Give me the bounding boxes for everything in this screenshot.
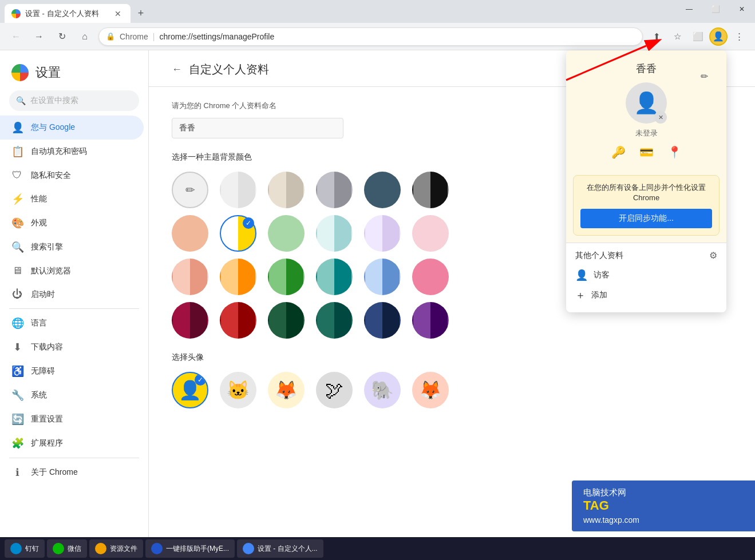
sidebar-item-downloads[interactable]: ⬇下载内容 [0, 335, 144, 359]
avatar-circle-fox[interactable]: 🦊 [268, 372, 305, 408]
avatar-grid: 👤✓🐱🦊🕊🐘🦊 [172, 372, 732, 408]
guest-label: 访客 [594, 270, 610, 280]
taskbar-label-wechat: 微信 [68, 544, 81, 554]
color-circle-dark-red[interactable] [172, 302, 208, 339]
sidebar-item-autofill[interactable]: 📋自动填充和密码 [0, 140, 144, 164]
refresh-btn[interactable]: ↻ [53, 27, 71, 46]
settings-title: 设置 [35, 64, 61, 81]
color-circle-blue-light[interactable] [364, 259, 401, 295]
page-back-btn[interactable]: ← [172, 63, 182, 76]
location-icon-btn[interactable]: 📍 [667, 145, 682, 159]
add-profile-item[interactable]: ＋ 添加 [575, 285, 717, 305]
taskbar-item-helper[interactable]: 一键排版助手(MyE... [145, 539, 235, 558]
color-circle-green[interactable] [268, 259, 305, 295]
taskbar-item-wechat[interactable]: 微信 [47, 539, 87, 558]
sidebar-item-search[interactable]: 🔍搜索引擎 [0, 235, 144, 259]
sidebar-icon-autofill: 📋 [11, 145, 23, 158]
sidebar-item-privacy[interactable]: 🛡隐私和安全 [0, 164, 144, 187]
avatar-circle-elephant[interactable]: 🐘 [364, 372, 401, 408]
color-circle-navy[interactable] [364, 302, 401, 339]
profile-btn[interactable]: 👤 [709, 27, 728, 46]
color-circle-beige-gray[interactable] [268, 172, 305, 208]
maximize-btn[interactable]: ⬜ [702, 0, 729, 18]
sidebar-item-appearance[interactable]: 🎨外观 [0, 211, 144, 235]
avatar-icon-fox: 🦊 [275, 379, 298, 401]
color-circle-white-gray[interactable] [220, 172, 256, 208]
sidebar-item-extensions[interactable]: 🧩扩展程序 [0, 431, 144, 455]
color-circle-teal-half[interactable] [316, 215, 353, 252]
color-circle-custom[interactable]: ✏ [172, 172, 208, 208]
card-icon-btn[interactable]: 💳 [639, 145, 654, 159]
sync-btn[interactable]: 开启同步功能... [580, 209, 712, 228]
taskbar-item-pin[interactable]: 钉钉 [5, 539, 45, 558]
other-profiles-header: 其他个人资料 ⚙ [575, 250, 717, 261]
sidebar-label-performance: 性能 [31, 194, 47, 204]
edit-pencil-btn[interactable]: ✏ [701, 71, 708, 82]
share-btn[interactable]: ⬆ [647, 27, 666, 46]
profiles-gear-icon[interactable]: ⚙ [709, 250, 717, 261]
sidebar-item-google[interactable]: 👤您与 Google [0, 116, 144, 140]
color-circle-mint[interactable] [268, 215, 305, 252]
taskbar-icon-helper [151, 543, 163, 554]
avatar-circle-origami[interactable]: 🦊 [412, 372, 449, 408]
color-circle-dark-teal2[interactable] [316, 302, 353, 339]
new-tab-btn[interactable]: + [133, 5, 149, 21]
color-circle-orange[interactable] [220, 259, 256, 295]
profile-name-input[interactable] [172, 118, 343, 138]
menu-btn[interactable]: ⋮ [730, 27, 748, 46]
sidebar-btn[interactable]: ⬜ [689, 27, 707, 46]
sidebar-label-google: 您与 Google [31, 122, 75, 133]
selected-check: ✓ [243, 217, 254, 229]
settings-search[interactable]: 🔍 在设置中搜索 [9, 90, 139, 111]
forward-btn[interactable]: → [30, 27, 48, 46]
color-circle-dark-teal[interactable] [364, 172, 401, 208]
sidebar-label-appearance: 外观 [31, 218, 47, 228]
sidebar-item-browser[interactable]: 🖥默认浏览器 [0, 259, 144, 283]
color-circle-black-half[interactable] [412, 172, 449, 208]
close-btn[interactable]: ✕ [729, 0, 755, 18]
color-circle-peach[interactable] [172, 215, 208, 252]
sidebar-item-about[interactable]: ℹ关于 Chrome [0, 460, 144, 484]
guest-profile-item[interactable]: 👤 访客 [575, 265, 717, 285]
address-bar[interactable]: 🔒 Chrome | chrome://settings/manageProfi… [98, 27, 643, 46]
taskbar-item-files[interactable]: 资源文件 [89, 539, 143, 558]
sidebar-item-startup[interactable]: ⏻启动时 [0, 283, 144, 306]
taskbar-item-settings[interactable]: 设置 - 自定义个人... [237, 539, 323, 558]
back-btn[interactable]: ← [7, 27, 25, 46]
sidebar-icon-about: ℹ [11, 466, 23, 479]
avatar-circle-cat[interactable]: 🐱 [220, 372, 256, 408]
other-profiles-label: 其他个人资料 [575, 251, 623, 261]
window-controls: — ⬜ ✕ [676, 0, 755, 18]
color-circle-purple[interactable] [412, 302, 449, 339]
color-circle-yellow-selected[interactable]: ✓ [220, 215, 256, 252]
color-circle-lavender[interactable] [364, 215, 401, 252]
color-circle-salmon[interactable] [172, 259, 208, 295]
chrome-logo [11, 64, 29, 81]
sidebar-label-downloads: 下载内容 [31, 342, 63, 352]
color-circle-pink-light[interactable] [412, 215, 449, 252]
color-circle-teal[interactable] [316, 259, 353, 295]
sidebar-item-accessibility[interactable]: ♿无障碍 [0, 359, 144, 383]
color-circle-red[interactable] [220, 302, 256, 339]
color-circle-gray-half[interactable] [316, 172, 353, 208]
sidebar-item-reset[interactable]: 🔄重置设置 [0, 407, 144, 431]
sidebar-label-system: 系统 [31, 390, 47, 400]
watermark: 电脑技术网 TAG www.tagxp.com [572, 480, 755, 531]
bookmark-btn[interactable]: ☆ [668, 27, 686, 46]
sidebar-divider [9, 308, 139, 309]
sidebar-items-container: 👤您与 Google📋自动填充和密码🛡隐私和安全⚡性能🎨外观🔍搜索引擎🖥默认浏览… [0, 116, 148, 484]
active-tab[interactable]: 设置 - 自定义个人资料 ✕ [5, 4, 131, 23]
sidebar-item-performance[interactable]: ⚡性能 [0, 187, 144, 211]
color-circle-pink[interactable] [412, 259, 449, 295]
avatar-circle-default[interactable]: 👤✓ [172, 372, 208, 408]
watermark-brand: TAG [583, 498, 744, 513]
minimize-btn[interactable]: — [676, 0, 702, 18]
sidebar-item-system[interactable]: 🔧系统 [0, 383, 144, 407]
taskbar-icon-files [95, 543, 106, 554]
avatar-circle-crane[interactable]: 🕊 [316, 372, 353, 408]
sidebar-item-language[interactable]: 🌐语言 [0, 311, 144, 335]
tab-close-btn[interactable]: ✕ [112, 8, 124, 19]
key-icon-btn[interactable]: 🔑 [611, 145, 626, 159]
color-circle-dark-green[interactable] [268, 302, 305, 339]
home-btn[interactable]: ⌂ [76, 27, 94, 46]
